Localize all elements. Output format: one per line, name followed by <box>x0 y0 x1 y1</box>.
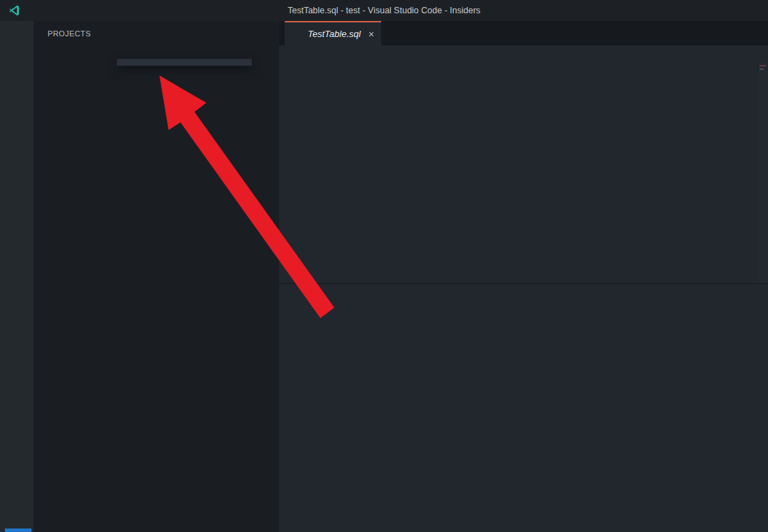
status-indicator-strip <box>5 529 31 532</box>
sidebar-header: PROJECTS <box>34 21 279 46</box>
sidebar-title: PROJECTS <box>48 29 272 38</box>
vscode-window: TestTable.sql - test - Visual Studio Cod… <box>0 0 768 532</box>
project-context-menu <box>117 59 252 66</box>
sql-database-icon <box>292 29 303 39</box>
vscode-insiders-logo-icon <box>9 5 20 16</box>
code-editor[interactable] <box>279 63 768 283</box>
panel-tab-bar <box>279 284 768 305</box>
activity-bar <box>0 21 34 532</box>
tab-close-icon[interactable]: × <box>369 29 374 40</box>
bottom-panel <box>279 283 768 532</box>
tab-label: TestTable.sql <box>308 29 361 39</box>
output-console[interactable] <box>279 307 768 532</box>
tab-testtable-sql[interactable]: TestTable.sql × <box>285 21 381 45</box>
window-title: TestTable.sql - test - Visual Studio Cod… <box>0 6 768 15</box>
editor-tab-bar: TestTable.sql × <box>279 21 768 45</box>
sidebar-projects: PROJECTS <box>34 21 279 532</box>
minimap[interactable] <box>758 63 768 283</box>
title-bar: TestTable.sql - test - Visual Studio Cod… <box>0 0 768 21</box>
breadcrumb <box>279 45 768 63</box>
editor-group: TestTable.sql × <box>279 21 768 283</box>
